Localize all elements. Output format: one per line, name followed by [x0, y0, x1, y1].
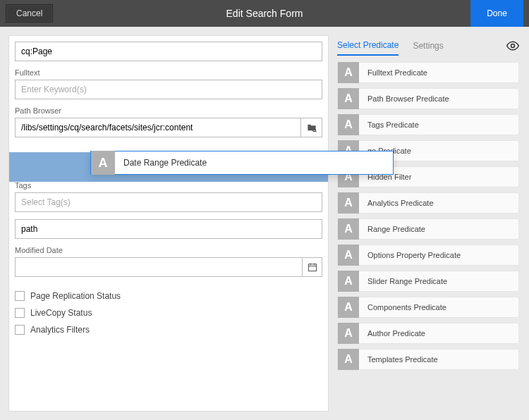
done-button[interactable]: Done [470, 0, 523, 27]
text-type-icon: A [91, 151, 115, 175]
path-browser-field: Path Browser [15, 106, 322, 137]
eye-icon [506, 39, 520, 53]
text-type-icon: A [338, 114, 359, 135]
predicate-components[interactable]: AComponents Predicate [337, 297, 519, 318]
predicate-templates[interactable]: ATemplates Predicate [337, 349, 519, 370]
drag-ghost-label: Date Range Predicate [123, 158, 207, 168]
sidebar-tabs: Select Predicate Settings [337, 35, 521, 56]
path-input[interactable] [15, 219, 322, 239]
text-type-icon: A [338, 271, 359, 292]
text-type-icon: A [338, 88, 359, 109]
app-header: Cancel Edit Search Form Done [0, 0, 529, 27]
predicate-options-property[interactable]: AOptions Property Predicate [337, 245, 519, 266]
checkbox-analytics[interactable]: Analytics Filters [15, 325, 322, 335]
text-type-icon: A [338, 297, 359, 318]
fulltext-label: Fulltext [15, 68, 322, 77]
drag-ghost: A Date Range Predicate [90, 151, 394, 175]
cq-page-field [15, 42, 322, 61]
predicate-label: Analytics Predicate [367, 199, 434, 207]
path-browser-input[interactable] [15, 118, 301, 137]
preview-button[interactable] [505, 38, 521, 54]
text-type-icon: A [338, 218, 359, 240]
tags-input[interactable] [15, 192, 322, 212]
svg-rect-2 [308, 264, 316, 271]
predicate-fulltext[interactable]: AFulltext Predicate [337, 62, 519, 83]
fulltext-field: Fulltext [15, 68, 322, 99]
predicate-label: Components Predicate [367, 303, 446, 311]
modified-date-field: Modified Date [15, 246, 322, 277]
date-picker-button[interactable] [303, 257, 322, 277]
predicate-label: Range Predicate [367, 225, 425, 233]
modified-date-input[interactable] [15, 257, 303, 277]
text-type-icon: A [338, 192, 359, 214]
predicate-sidebar: Select Predicate Settings AFulltext Pred… [337, 35, 521, 412]
tab-settings[interactable]: Settings [413, 37, 443, 55]
text-type-icon: A [338, 323, 359, 344]
checkbox-icon [15, 291, 25, 301]
text-type-icon: A [338, 62, 359, 83]
predicate-label: Fulltext Predicate [367, 68, 427, 77]
page-title: Edit Search Form [0, 8, 529, 19]
predicate-label: Options Property Predicate [367, 251, 461, 259]
checkbox-label: Analytics Filters [30, 325, 90, 335]
predicate-author[interactable]: AAuthor Predicate [337, 323, 519, 344]
path-field [15, 219, 322, 239]
tags-field: Tags [15, 181, 322, 212]
modified-date-label: Modified Date [15, 246, 322, 254]
predicate-list: AFulltext PredicateAPath Browser Predica… [337, 62, 521, 370]
predicate-analytics[interactable]: AAnalytics Predicate [337, 192, 519, 214]
svg-line-1 [315, 131, 315, 132]
tags-label: Tags [15, 181, 322, 190]
text-type-icon: A [338, 349, 359, 370]
predicate-label: Path Browser Predicate [367, 94, 449, 103]
checkbox-icon [15, 308, 25, 318]
predicate-label: Tags Predicate [367, 121, 419, 129]
checkbox-livecopy[interactable]: LiveCopy Status [15, 308, 322, 318]
cq-page-input[interactable] [15, 42, 322, 61]
predicate-label: Author Predicate [367, 329, 425, 338]
path-browser-picker-button[interactable] [301, 118, 322, 137]
predicate-slider-range[interactable]: ASlider Range Predicate [337, 271, 519, 292]
checkbox-label: LiveCopy Status [30, 308, 92, 318]
folder-search-icon [307, 123, 317, 132]
predicate-range[interactable]: ARange Predicate [337, 218, 519, 240]
svg-point-6 [511, 44, 515, 48]
checkbox-replication[interactable]: Page Replication Status [15, 291, 322, 301]
fulltext-input[interactable] [15, 80, 322, 99]
checkbox-label: Page Replication Status [30, 291, 121, 301]
predicate-path-browser[interactable]: APath Browser Predicate [337, 88, 519, 109]
workspace: Fulltext Path Browser Tags Modified Date [0, 27, 529, 420]
predicate-label: Slider Range Predicate [367, 277, 447, 285]
checkbox-icon [15, 325, 25, 335]
tab-select-predicate[interactable]: Select Predicate [337, 36, 399, 56]
text-type-icon: A [338, 245, 359, 266]
path-browser-label: Path Browser [15, 106, 322, 115]
predicate-label: Templates Predicate [367, 355, 438, 364]
predicate-tags[interactable]: ATags Predicate [337, 114, 519, 135]
form-canvas[interactable]: Fulltext Path Browser Tags Modified Date [8, 35, 329, 412]
cancel-button[interactable]: Cancel [6, 4, 53, 23]
calendar-icon [308, 262, 317, 272]
